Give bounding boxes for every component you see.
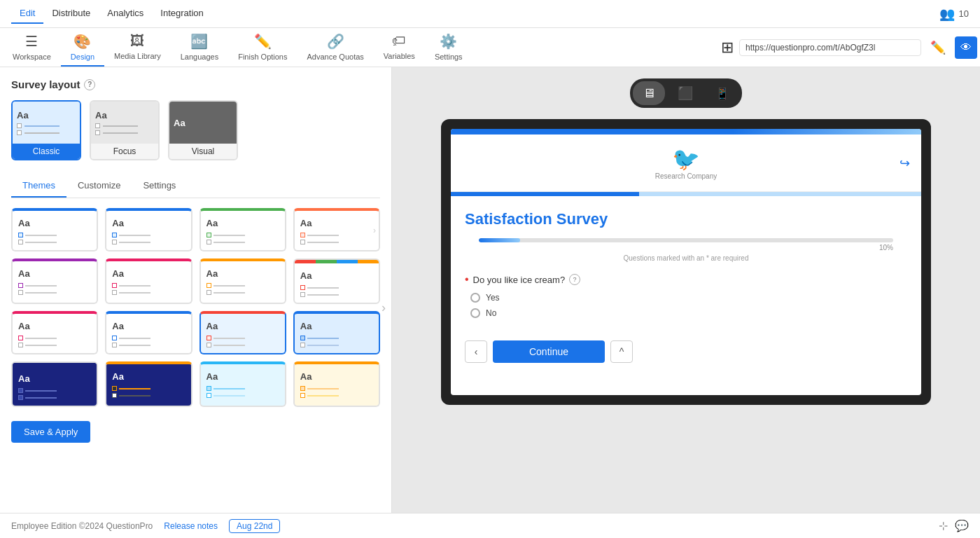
theme-grid: Aa Aa: [11, 208, 380, 407]
languages-icon: 🔤: [190, 33, 208, 50]
continue-button[interactable]: Continue: [493, 340, 605, 363]
theme-card-1[interactable]: Aa: [11, 208, 98, 251]
survey-title: Satisfaction Survey: [465, 210, 907, 228]
release-notes-link[interactable]: Release notes: [164, 521, 218, 531]
focus-label: Focus: [91, 144, 158, 159]
survey-required-note: Questions marked with an * are required: [451, 251, 921, 268]
theme-card-6[interactable]: Aa: [105, 258, 192, 304]
media-library-icon: 🖼: [130, 33, 144, 49]
survey-progress-fill: [479, 238, 520, 242]
left-panel: Survey layout ? Aa Classic Aa: [0, 67, 392, 513]
theme-card-2[interactable]: Aa: [105, 208, 192, 251]
focus-preview: Aa: [91, 102, 158, 144]
toolbar-languages[interactable]: 🔤 Languages: [171, 29, 228, 67]
nav-edit[interactable]: Edit: [11, 4, 43, 24]
nav-right: 👥 10: [939, 6, 969, 22]
top-nav: Edit Distribute Analytics Integration 👥 …: [0, 0, 980, 28]
layout-focus[interactable]: Aa Focus: [90, 100, 160, 160]
toolbar-variables[interactable]: 🏷 Variables: [374, 29, 425, 66]
qr-code-icon[interactable]: ⊞: [721, 39, 734, 57]
chevron-up-button[interactable]: ^: [610, 340, 633, 363]
languages-label: Languages: [181, 53, 218, 61]
toolbar-design[interactable]: 🎨 Design: [61, 29, 104, 67]
theme-card-9[interactable]: Aa: [11, 311, 98, 354]
date-button[interactable]: Aug 22nd: [229, 519, 280, 533]
option-no-label: No: [486, 308, 496, 318]
survey-header-bar: [451, 129, 921, 134]
theme-card-14[interactable]: Aa: [105, 361, 192, 407]
scroll-indicator: ›: [382, 301, 386, 315]
radio-no: [470, 308, 480, 318]
finish-options-label: Finish Options: [238, 53, 287, 61]
option-no[interactable]: No: [465, 308, 907, 318]
nav-distribute[interactable]: Distribute: [43, 4, 99, 24]
toolbar-workspace[interactable]: ☰ Workspace: [3, 29, 61, 67]
url-bar: https://questionpro.com/t/AbOgfZ3l: [739, 39, 921, 56]
desktop-view-button[interactable]: 🖥: [633, 81, 665, 105]
theme-card-13[interactable]: Aa: [11, 361, 98, 407]
bird-icon: 🐦: [672, 146, 700, 172]
chat-icon[interactable]: 💬: [955, 519, 969, 532]
theme-card-16[interactable]: Aa: [293, 361, 380, 407]
help-icon[interactable]: ?: [84, 79, 95, 90]
layout-classic[interactable]: Aa Classic: [11, 100, 81, 160]
survey-second-bar: [451, 192, 921, 196]
theme-tabs: Themes Customize Settings: [11, 174, 380, 198]
toolbar-settings[interactable]: ⚙️ Settings: [425, 29, 472, 67]
survey-footer: ‹ Continue ^: [451, 335, 921, 374]
survey-question: • Do you like ice cream? ?: [465, 273, 907, 286]
visual-label: Visual: [169, 144, 237, 159]
main-content: Survey layout ? Aa Classic Aa: [0, 67, 980, 513]
media-library-label: Media Library: [114, 52, 161, 60]
theme-card-7[interactable]: Aa: [200, 258, 286, 304]
question-help-icon[interactable]: ?: [569, 274, 580, 285]
theme-card-15[interactable]: Aa: [200, 361, 286, 407]
survey-title-area: Satisfaction Survey: [451, 202, 921, 228]
classic-label: Classic: [13, 144, 80, 159]
preview-button[interactable]: 👁: [955, 36, 977, 59]
survey-exit-icon[interactable]: ↪: [899, 156, 910, 171]
previous-button[interactable]: ‹: [465, 340, 487, 363]
radio-yes: [470, 293, 480, 303]
visual-preview: Aa: [169, 102, 237, 144]
theme-card-5[interactable]: Aa: [11, 258, 98, 304]
toolbar-advance-quotas[interactable]: 🔗 Advance Quotas: [297, 29, 373, 67]
survey-progress-bar-wrap: [479, 238, 893, 242]
main-nav: Edit Distribute Analytics Integration: [11, 4, 212, 24]
design-icon: 🎨: [74, 33, 91, 50]
nav-analytics[interactable]: Analytics: [99, 4, 152, 24]
company-name: Research Company: [655, 172, 717, 180]
save-apply-button[interactable]: Save & Apply: [11, 421, 90, 443]
url-text: https://questionpro.com/t/AbOgfZ3l: [746, 43, 875, 53]
survey-frame: 🐦 Research Company ↪ Satisfaction Survey: [441, 119, 931, 405]
tab-themes[interactable]: Themes: [11, 174, 66, 198]
theme-card-10[interactable]: Aa: [105, 311, 192, 354]
survey-logo: 🐦 Research Company: [655, 146, 717, 180]
toolbar-finish-options[interactable]: ✏️ Finish Options: [228, 29, 297, 67]
mobile-view-button[interactable]: 📱: [706, 81, 739, 105]
layout-options: Aa Classic Aa Focus: [11, 100, 380, 160]
classic-preview: Aa: [13, 102, 80, 144]
theme-card-12[interactable]: Aa: [293, 311, 380, 354]
tab-customize[interactable]: Customize: [66, 174, 132, 198]
variables-icon: 🏷: [392, 33, 406, 49]
theme-card-3[interactable]: Aa: [200, 208, 286, 251]
edit-url-button[interactable]: ✏️: [927, 36, 949, 59]
nav-integration[interactable]: Integration: [152, 4, 211, 24]
finish-options-icon: ✏️: [254, 33, 272, 50]
tab-settings[interactable]: Settings: [132, 174, 187, 198]
device-switcher: 🖥 ⬛ 📱: [630, 78, 742, 108]
option-yes-label: Yes: [486, 293, 500, 303]
theme-card-11[interactable]: Aa: [200, 311, 286, 354]
grid-icon[interactable]: ⊹: [939, 519, 948, 532]
right-panel: 🖥 ⬛ 📱 🐦 Research Company ↪: [392, 67, 980, 513]
option-yes[interactable]: Yes: [465, 293, 907, 303]
tablet-view-button[interactable]: ⬛: [668, 81, 703, 105]
toolbar-media-library[interactable]: 🖼 Media Library: [104, 29, 171, 66]
layout-visual[interactable]: Aa Visual: [168, 100, 238, 160]
survey-body: • Do you like ice cream? ? Yes No: [451, 268, 921, 335]
theme-card-4[interactable]: Aa ›: [293, 208, 380, 251]
theme-card-8[interactable]: Aa: [293, 258, 380, 304]
advance-quotas-icon: 🔗: [327, 33, 344, 50]
toolbar-right: ⊞ https://questionpro.com/t/AbOgfZ3l ✏️ …: [721, 36, 977, 59]
